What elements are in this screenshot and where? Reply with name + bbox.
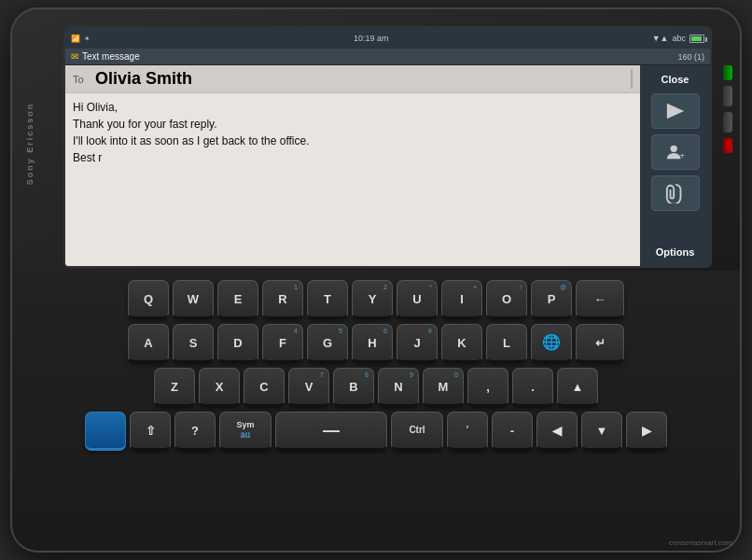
attach-icon	[665, 183, 686, 203]
status-bar: 📶 ✴ 10:19 am ▼▲ abc	[65, 28, 710, 49]
key-d[interactable]: D	[217, 324, 258, 363]
key-q[interactable]: Q	[128, 280, 169, 319]
body-line-3: I'll look into it as soon as I get back …	[73, 133, 633, 149]
add-person-icon: +	[665, 142, 686, 162]
key-comma[interactable]: ,	[467, 368, 508, 407]
battery-icon	[689, 35, 704, 43]
send-icon	[665, 101, 686, 121]
abc-label: abc	[672, 34, 686, 43]
key-l[interactable]: L	[486, 324, 527, 363]
key-e[interactable]: E	[217, 280, 258, 319]
add-contact-button[interactable]: +	[651, 134, 700, 170]
key-s[interactable]: S	[173, 324, 214, 363]
screen: 📶 ✴ 10:19 am ▼▲ abc ✉	[65, 28, 710, 266]
key-w[interactable]: W	[173, 280, 214, 319]
recipient-name: Olivia Smith	[95, 69, 192, 89]
screen-content: To Olivia Smith Hi Olivia, Thank you for…	[65, 65, 710, 266]
watermark: consertasmart.com	[669, 539, 732, 547]
to-field[interactable]: To Olivia Smith	[65, 65, 640, 93]
attach-button[interactable]	[651, 175, 700, 211]
key-a[interactable]: A	[128, 324, 169, 363]
key-p[interactable]: P@	[531, 280, 572, 319]
key-down[interactable]: ▼	[581, 412, 622, 451]
key-period[interactable]: .	[512, 368, 553, 407]
side-buttons	[723, 65, 732, 153]
key-enter[interactable]: ↵	[576, 324, 624, 363]
key-o[interactable]: O/	[486, 280, 527, 319]
key-f[interactable]: F4	[262, 324, 303, 363]
key-fn[interactable]	[85, 412, 126, 451]
phone-keyboard: Q W E R1 T Y2 U* I+ O/ P@ ← A S D F4 G5 …	[12, 271, 740, 551]
key-j[interactable]: J#	[397, 324, 438, 363]
key-y[interactable]: Y2	[352, 280, 393, 319]
key-up[interactable]: ▲	[557, 368, 598, 407]
key-row-4: ⇧ ? Symäü — Ctrl ' - ◀ ▼ ▶	[31, 412, 721, 451]
message-body[interactable]: Hi Olivia, Thank you for your fast reply…	[65, 93, 640, 266]
signal-icon: 📶	[71, 35, 80, 43]
key-t[interactable]: T	[307, 280, 348, 319]
right-panel: Close +	[640, 65, 710, 266]
key-g[interactable]: G5	[307, 324, 348, 363]
key-sym[interactable]: Symäü	[219, 412, 272, 451]
key-b[interactable]: B8	[333, 368, 374, 407]
status-left: 📶 ✴	[71, 35, 91, 43]
key-apostrophe[interactable]: '	[447, 412, 488, 451]
options-button[interactable]: Options	[653, 244, 698, 260]
key-u[interactable]: U*	[397, 280, 438, 319]
end-button[interactable]	[723, 138, 732, 153]
message-type: ✉ Text message	[71, 51, 140, 62]
body-line-4: Best r	[73, 149, 633, 166]
key-r[interactable]: R1	[262, 280, 303, 319]
send-message-button[interactable]	[651, 93, 700, 129]
message-area[interactable]: To Olivia Smith Hi Olivia, Thank you for…	[65, 65, 640, 266]
bluetooth-icon: ✴	[84, 35, 91, 43]
body-line-2: Thank you for your fast reply.	[73, 116, 633, 133]
keyboard: Q W E R1 T Y2 U* I+ O/ P@ ← A S D F4 G5 …	[31, 280, 721, 537]
phone-top: Sony Ericsson 📶 ✴ 10:19 am ▼▲	[12, 9, 740, 280]
network-icon: ▼▲	[652, 34, 669, 43]
key-space[interactable]: —	[275, 412, 387, 451]
close-button[interactable]: Close	[659, 71, 692, 88]
phone: Sony Ericsson 📶 ✴ 10:19 am ▼▲	[12, 9, 740, 551]
brand-text: Sony Ericsson	[25, 102, 35, 185]
battery-fill	[691, 36, 702, 41]
key-globe[interactable]: 🌐	[531, 324, 572, 363]
key-row-1: Q W E R1 T Y2 U* I+ O/ P@ ←	[31, 280, 721, 319]
key-ctrl[interactable]: Ctrl	[391, 412, 443, 451]
message-type-label: Text message	[82, 51, 140, 62]
key-row-2: A S D F4 G5 H6 J# K L 🌐 ↵	[31, 324, 721, 363]
message-header: ✉ Text message 160 (1)	[65, 49, 710, 65]
key-k[interactable]: K	[441, 324, 482, 363]
screen-bezel: 📶 ✴ 10:19 am ▼▲ abc ✉	[63, 26, 712, 268]
to-label: To	[73, 74, 90, 85]
key-row-3: Z X C V7 B8 N9 M0 , . ▲	[31, 368, 721, 407]
key-right[interactable]: ▶	[626, 412, 667, 451]
char-count: 160 (1)	[677, 52, 704, 62]
volume-up-button[interactable]	[723, 86, 732, 106]
call-button[interactable]	[723, 65, 732, 80]
status-right: ▼▲ abc	[652, 34, 704, 43]
divider	[631, 69, 633, 89]
svg-text:+: +	[679, 151, 684, 161]
body-line-1: Hi Olivia,	[73, 99, 633, 116]
key-backspace[interactable]: ←	[576, 280, 624, 319]
key-n[interactable]: N9	[378, 368, 419, 407]
key-i[interactable]: I+	[441, 280, 482, 319]
key-left[interactable]: ◀	[536, 412, 578, 451]
key-c[interactable]: C	[244, 368, 285, 407]
envelope-icon: ✉	[71, 51, 78, 62]
key-z[interactable]: Z	[154, 368, 195, 407]
key-h[interactable]: H6	[352, 324, 393, 363]
key-dash[interactable]: -	[492, 412, 533, 451]
key-question[interactable]: ?	[174, 412, 216, 451]
key-x[interactable]: X	[199, 368, 240, 407]
key-v[interactable]: V7	[288, 368, 329, 407]
key-m[interactable]: M0	[423, 368, 464, 407]
time-display: 10:19 am	[354, 34, 389, 43]
svg-point-0	[670, 146, 676, 152]
key-shift[interactable]: ⇧	[130, 412, 171, 451]
volume-down-button[interactable]	[723, 112, 732, 133]
